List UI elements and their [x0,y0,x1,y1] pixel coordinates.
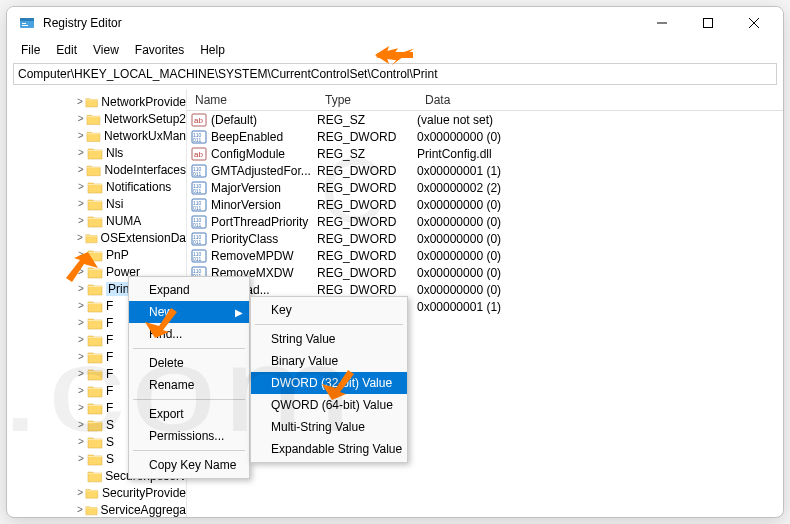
value-data: 0x00000001 (1) [417,164,783,178]
chevron-right-icon[interactable]: > [75,487,85,498]
chevron-right-icon[interactable]: > [75,368,87,379]
menu-separator [133,348,245,349]
tree-item[interactable]: >NetworkSetup2 [7,110,186,127]
tree-item[interactable]: >Notifications [7,178,186,195]
tree-item[interactable]: >NodeInterfaces [7,161,186,178]
svg-text:011: 011 [193,171,202,177]
chevron-right-icon[interactable]: > [75,198,87,209]
chevron-right-icon[interactable]: > [75,385,87,396]
menu-item[interactable]: Export [129,403,249,425]
tree-item[interactable]: >OSExtensionDa [7,229,186,246]
value-type: REG_DWORD [317,181,417,195]
window-controls [639,7,777,39]
list-row[interactable]: 110011BeepEnabledREG_DWORD0x00000000 (0) [187,128,783,145]
svg-text:ab: ab [194,116,203,125]
chevron-right-icon[interactable]: > [75,215,87,226]
titlebar: Registry Editor [7,7,783,39]
maximize-button[interactable] [685,7,731,39]
menu-item[interactable]: Expand [129,279,249,301]
tree-context-menu[interactable]: ExpandNew▶Find...DeleteRenameExportPermi… [128,276,250,479]
col-name[interactable]: Name [187,93,317,107]
svg-text:011: 011 [193,188,202,194]
value-data: 0x00000000 (0) [417,215,783,229]
list-row[interactable]: 110011RemoveMXDWREG_DWORD0x00000000 (0) [187,264,783,281]
menu-item[interactable]: String Value [251,328,407,350]
chevron-right-icon[interactable]: > [75,317,87,328]
menu-edit[interactable]: Edit [50,41,83,59]
close-button[interactable] [731,7,777,39]
list-row[interactable]: ab(Default)REG_SZ(value not set) [187,111,783,128]
value-name: MajorVersion [211,181,317,195]
tree-item[interactable]: >NUMA [7,212,186,229]
value-type: REG_DWORD [317,249,417,263]
list-row[interactable]: 110011MinorVersionREG_DWORD0x00000000 (0… [187,196,783,213]
svg-text:011: 011 [193,137,202,143]
menu-separator [133,450,245,451]
menu-item[interactable]: Key [251,299,407,321]
menu-help[interactable]: Help [194,41,231,59]
tree-label: F [106,384,113,398]
chevron-right-icon[interactable]: > [75,147,87,158]
value-type: REG_SZ [317,147,417,161]
tree-item[interactable]: >ServiceAggrega [7,501,186,517]
menu-item[interactable]: Delete [129,352,249,374]
list-row[interactable]: 110011PortThreadPriorityREG_DWORD0x00000… [187,213,783,230]
chevron-right-icon[interactable]: > [75,181,87,192]
svg-rect-5 [704,19,713,28]
tree-label: S [106,418,114,432]
svg-text:ab: ab [194,150,203,159]
chevron-right-icon[interactable]: > [75,453,87,464]
menu-item[interactable]: Rename [129,374,249,396]
menu-item[interactable]: Copy Key Name [129,454,249,476]
chevron-right-icon[interactable]: > [75,351,87,362]
list-row[interactable]: 110011RemoveMPDWREG_DWORD0x00000000 (0) [187,247,783,264]
chevron-right-icon[interactable]: > [75,96,85,107]
chevron-right-icon[interactable]: > [75,130,86,141]
value-data: 0x00000000 (0) [417,130,783,144]
col-data[interactable]: Data [417,93,783,107]
tree-label: F [106,299,113,313]
annotation-arrow-icon [322,370,358,400]
chevron-right-icon[interactable]: > [75,164,86,175]
chevron-right-icon[interactable]: > [75,402,87,413]
svg-text:011: 011 [193,205,202,211]
chevron-right-icon[interactable]: > [75,113,86,124]
list-row[interactable]: 110011GMTAdjustedFor...REG_DWORD0x000000… [187,162,783,179]
value-data: 0x00000000 (0) [417,266,783,280]
menu-item[interactable]: Binary Value [251,350,407,372]
tree-label: OSExtensionDa [101,231,186,245]
menu-view[interactable]: View [87,41,125,59]
chevron-right-icon[interactable]: > [75,419,87,430]
svg-marker-43 [375,46,413,64]
minimize-button[interactable] [639,7,685,39]
address-text: Computer\HKEY_LOCAL_MACHINE\SYSTEM\Curre… [18,67,437,81]
menu-item[interactable]: Multi-String Value [251,416,407,438]
menu-file[interactable]: File [15,41,46,59]
chevron-right-icon[interactable]: > [75,232,85,243]
svg-rect-2 [22,23,26,24]
tree-item[interactable]: >NetworkProvide [7,93,186,110]
chevron-right-icon[interactable]: > [75,334,87,345]
value-data: 0x00000000 (0) [417,198,783,212]
svg-marker-45 [145,308,177,338]
tree-item[interactable]: >NetworkUxMan [7,127,186,144]
menu-item[interactable]: Permissions... [129,425,249,447]
chevron-right-icon[interactable]: > [75,436,87,447]
col-type[interactable]: Type [317,93,417,107]
tree-item[interactable]: >Nsi [7,195,186,212]
tree-item[interactable]: >SecurityProvide [7,484,186,501]
tree-item[interactable]: >Nls [7,144,186,161]
list-header: Name Type Data [187,89,783,111]
tree-label: ServiceAggrega [101,503,186,517]
chevron-right-icon[interactable]: > [75,283,87,294]
value-data: 0x00000001 (1) [417,300,783,314]
list-row[interactable]: 110011PriorityClassREG_DWORD0x00000000 (… [187,230,783,247]
value-name: (Default) [211,113,317,127]
tree-label: F [106,333,113,347]
menu-favorites[interactable]: Favorites [129,41,190,59]
list-row[interactable]: 110011MajorVersionREG_DWORD0x00000002 (2… [187,179,783,196]
list-row[interactable]: abConfigModuleREG_SZPrintConfig.dll [187,145,783,162]
chevron-right-icon[interactable]: > [75,504,85,515]
chevron-right-icon[interactable]: > [75,300,87,311]
menu-item[interactable]: Expandable String Value [251,438,407,460]
